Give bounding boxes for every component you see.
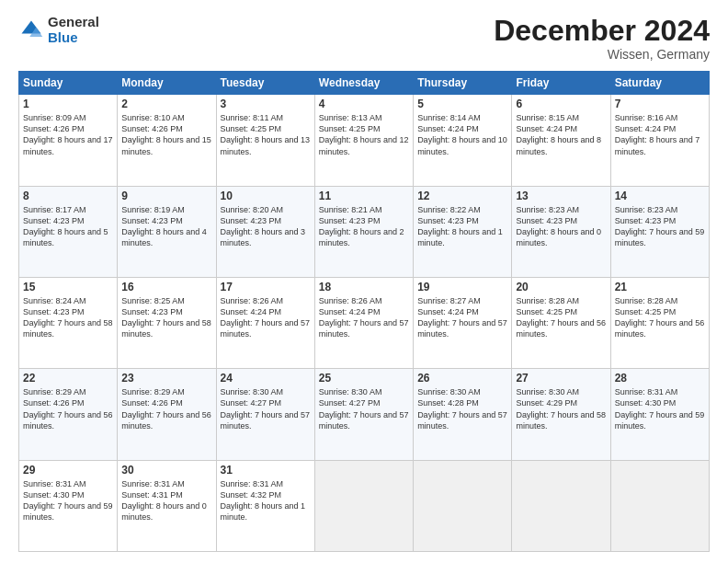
calendar-cell: 9Sunrise: 8:19 AMSunset: 4:23 PMDaylight… — [118, 186, 216, 277]
calendar-header-cell: Sunday — [19, 72, 118, 95]
calendar-cell: 5Sunrise: 8:14 AMSunset: 4:24 PMDaylight… — [414, 95, 512, 186]
calendar-cell: 7Sunrise: 8:16 AMSunset: 4:24 PMDaylight… — [610, 95, 709, 186]
cell-info: Sunrise: 8:11 AMSunset: 4:25 PMDaylight:… — [221, 112, 311, 157]
calendar-cell: 6Sunrise: 8:15 AMSunset: 4:24 PMDaylight… — [512, 95, 610, 186]
calendar-cell: 26Sunrise: 8:30 AMSunset: 4:28 PMDayligh… — [414, 369, 512, 460]
cell-info: Sunrise: 8:14 AMSunset: 4:24 PMDaylight:… — [417, 112, 507, 157]
calendar-cell: 28Sunrise: 8:31 AMSunset: 4:30 PMDayligh… — [610, 369, 709, 460]
cell-info: Sunrise: 8:31 AMSunset: 4:31 PMDaylight:… — [121, 478, 211, 523]
cell-info: Sunrise: 8:26 AMSunset: 4:24 PMDaylight:… — [319, 295, 409, 340]
cell-info: Sunrise: 8:31 AMSunset: 4:32 PMDaylight:… — [221, 478, 311, 523]
calendar-week-row: 29Sunrise: 8:31 AMSunset: 4:30 PMDayligh… — [19, 460, 710, 551]
calendar-cell: 27Sunrise: 8:30 AMSunset: 4:29 PMDayligh… — [512, 369, 610, 460]
day-number: 23 — [121, 372, 211, 385]
day-number: 2 — [121, 98, 211, 110]
calendar-body: 1Sunrise: 8:09 AMSunset: 4:26 PMDaylight… — [19, 95, 710, 552]
calendar-cell: 17Sunrise: 8:26 AMSunset: 4:24 PMDayligh… — [216, 277, 314, 368]
calendar-cell: 14Sunrise: 8:23 AMSunset: 4:23 PMDayligh… — [610, 186, 709, 277]
calendar-cell: 10Sunrise: 8:20 AMSunset: 4:23 PMDayligh… — [216, 186, 314, 277]
calendar-cell: 20Sunrise: 8:28 AMSunset: 4:25 PMDayligh… — [512, 277, 610, 368]
calendar-cell: 23Sunrise: 8:29 AMSunset: 4:26 PMDayligh… — [118, 369, 216, 460]
day-number: 13 — [516, 190, 606, 202]
calendar-cell-empty — [414, 460, 512, 551]
day-number: 1 — [23, 98, 113, 110]
calendar-cell: 8Sunrise: 8:17 AMSunset: 4:23 PMDaylight… — [19, 186, 118, 277]
cell-info: Sunrise: 8:16 AMSunset: 4:24 PMDaylight:… — [615, 112, 705, 157]
calendar-week-row: 8Sunrise: 8:17 AMSunset: 4:23 PMDaylight… — [19, 186, 710, 277]
day-number: 10 — [221, 190, 311, 202]
calendar-header-row: SundayMondayTuesdayWednesdayThursdayFrid… — [19, 72, 710, 95]
calendar-header-cell: Thursday — [414, 72, 512, 95]
cell-info: Sunrise: 8:09 AMSunset: 4:26 PMDaylight:… — [23, 112, 113, 157]
calendar-header-cell: Saturday — [610, 72, 709, 95]
cell-info: Sunrise: 8:13 AMSunset: 4:25 PMDaylight:… — [319, 112, 409, 157]
cell-info: Sunrise: 8:25 AMSunset: 4:23 PMDaylight:… — [121, 295, 211, 340]
cell-info: Sunrise: 8:27 AMSunset: 4:24 PMDaylight:… — [417, 295, 507, 340]
day-number: 20 — [516, 281, 606, 293]
location: Wissen, Germany — [494, 47, 710, 62]
title-block: December 2024 Wissen, Germany — [494, 15, 710, 62]
logo: General Blue — [18, 15, 99, 45]
calendar-cell: 21Sunrise: 8:28 AMSunset: 4:25 PMDayligh… — [610, 277, 709, 368]
calendar-header-cell: Monday — [118, 72, 216, 95]
month-title: December 2024 — [494, 15, 710, 47]
header: General Blue December 2024 Wissen, Germa… — [18, 15, 710, 62]
calendar-cell: 1Sunrise: 8:09 AMSunset: 4:26 PMDaylight… — [19, 95, 118, 186]
cell-info: Sunrise: 8:24 AMSunset: 4:23 PMDaylight:… — [23, 295, 113, 340]
cell-info: Sunrise: 8:21 AMSunset: 4:23 PMDaylight:… — [319, 204, 409, 249]
calendar-cell: 2Sunrise: 8:10 AMSunset: 4:26 PMDaylight… — [118, 95, 216, 186]
cell-info: Sunrise: 8:30 AMSunset: 4:27 PMDaylight:… — [221, 386, 311, 431]
day-number: 14 — [615, 190, 705, 202]
day-number: 27 — [516, 372, 606, 385]
cell-info: Sunrise: 8:31 AMSunset: 4:30 PMDaylight:… — [615, 386, 705, 431]
calendar-cell: 30Sunrise: 8:31 AMSunset: 4:31 PMDayligh… — [118, 460, 216, 551]
cell-info: Sunrise: 8:22 AMSunset: 4:23 PMDaylight:… — [417, 204, 507, 249]
day-number: 9 — [121, 190, 211, 202]
day-number: 16 — [121, 281, 211, 293]
day-number: 4 — [319, 98, 409, 110]
day-number: 18 — [319, 281, 409, 293]
calendar-cell: 12Sunrise: 8:22 AMSunset: 4:23 PMDayligh… — [414, 186, 512, 277]
calendar-cell-empty — [314, 460, 413, 551]
cell-info: Sunrise: 8:19 AMSunset: 4:23 PMDaylight:… — [121, 204, 211, 249]
calendar-cell: 18Sunrise: 8:26 AMSunset: 4:24 PMDayligh… — [314, 277, 413, 368]
day-number: 26 — [417, 372, 507, 385]
calendar-cell: 4Sunrise: 8:13 AMSunset: 4:25 PMDaylight… — [314, 95, 413, 186]
logo-general: General — [48, 15, 99, 30]
cell-info: Sunrise: 8:28 AMSunset: 4:25 PMDaylight:… — [516, 295, 606, 340]
day-number: 17 — [221, 281, 311, 293]
cell-info: Sunrise: 8:26 AMSunset: 4:24 PMDaylight:… — [221, 295, 311, 340]
day-number: 8 — [23, 190, 113, 202]
calendar-cell: 31Sunrise: 8:31 AMSunset: 4:32 PMDayligh… — [216, 460, 314, 551]
day-number: 6 — [516, 98, 606, 110]
calendar-cell: 29Sunrise: 8:31 AMSunset: 4:30 PMDayligh… — [19, 460, 118, 551]
day-number: 11 — [319, 190, 409, 202]
day-number: 30 — [121, 464, 211, 477]
day-number: 19 — [417, 281, 507, 293]
day-number: 7 — [615, 98, 705, 110]
day-number: 25 — [319, 372, 409, 385]
calendar-header-cell: Wednesday — [314, 72, 413, 95]
calendar-cell: 11Sunrise: 8:21 AMSunset: 4:23 PMDayligh… — [314, 186, 413, 277]
cell-info: Sunrise: 8:23 AMSunset: 4:23 PMDaylight:… — [615, 204, 705, 249]
day-number: 24 — [221, 372, 311, 385]
cell-info: Sunrise: 8:31 AMSunset: 4:30 PMDaylight:… — [23, 478, 113, 523]
day-number: 15 — [23, 281, 113, 293]
day-number: 22 — [23, 372, 113, 385]
day-number: 29 — [23, 464, 113, 477]
cell-info: Sunrise: 8:23 AMSunset: 4:23 PMDaylight:… — [516, 204, 606, 249]
calendar-cell: 3Sunrise: 8:11 AMSunset: 4:25 PMDaylight… — [216, 95, 314, 186]
calendar-week-row: 15Sunrise: 8:24 AMSunset: 4:23 PMDayligh… — [19, 277, 710, 368]
logo-text: General Blue — [48, 15, 99, 45]
cell-info: Sunrise: 8:20 AMSunset: 4:23 PMDaylight:… — [221, 204, 311, 249]
day-number: 12 — [417, 190, 507, 202]
day-number: 31 — [221, 464, 311, 477]
cell-info: Sunrise: 8:29 AMSunset: 4:26 PMDaylight:… — [121, 386, 211, 431]
cell-info: Sunrise: 8:30 AMSunset: 4:28 PMDaylight:… — [417, 386, 507, 431]
page: General Blue December 2024 Wissen, Germa… — [0, 0, 728, 563]
calendar-cell: 16Sunrise: 8:25 AMSunset: 4:23 PMDayligh… — [118, 277, 216, 368]
cell-info: Sunrise: 8:10 AMSunset: 4:26 PMDaylight:… — [121, 112, 211, 157]
calendar-cell: 24Sunrise: 8:30 AMSunset: 4:27 PMDayligh… — [216, 369, 314, 460]
calendar-cell-empty — [610, 460, 709, 551]
calendar-week-row: 1Sunrise: 8:09 AMSunset: 4:26 PMDaylight… — [19, 95, 710, 186]
